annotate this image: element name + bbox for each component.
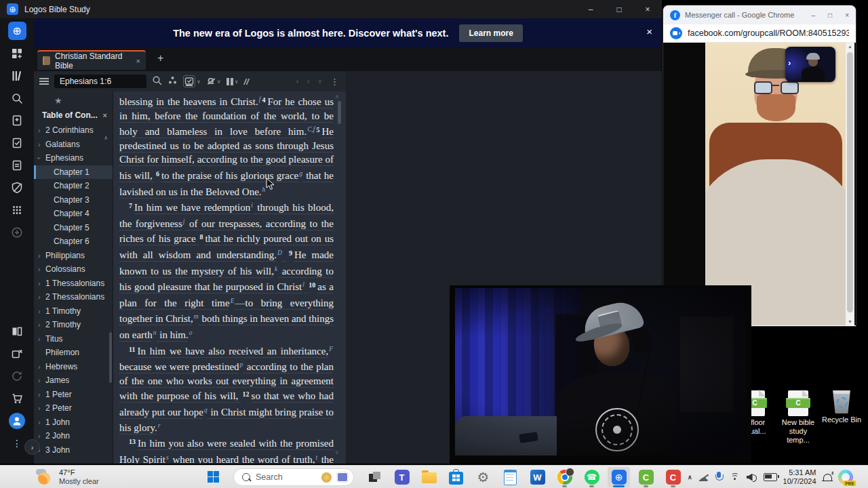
toc-item-chapter-2[interactable]: Chapter 2 [34, 179, 113, 193]
taskbar-teams[interactable]: T [391, 467, 413, 487]
toc-item-colossians[interactable]: ›Colossians [34, 262, 113, 277]
collapsed-arrow-icon[interactable]: › [38, 429, 41, 443]
toc-item-hebrews[interactable]: ›Hebrews [34, 360, 113, 374]
toc-close-icon[interactable]: × [103, 111, 107, 119]
collapsed-arrow-icon[interactable]: › [38, 401, 41, 415]
panel-menu-icon[interactable] [39, 78, 49, 85]
bookmarks-tab-icon[interactable]: ★ [54, 96, 62, 106]
toc-item-2-john[interactable]: ›2 John [34, 429, 113, 443]
footnote-marker[interactable]: g [299, 170, 302, 177]
panel-kebab-icon[interactable]: ⋮ [330, 77, 339, 87]
volume-icon[interactable] [747, 473, 757, 482]
minimize-button[interactable]: – [576, 0, 605, 18]
visual-filter-dropdown-icon[interactable]: ∨ [197, 79, 201, 85]
chrome-minimize-button[interactable]: – [812, 12, 816, 19]
toc-item-1-john[interactable]: ›1 John [34, 415, 113, 430]
collapsed-arrow-icon[interactable]: › [38, 360, 41, 374]
footnote-marker[interactable]: q [204, 407, 208, 413]
toc-item-chapter-5[interactable]: Chapter 5 [34, 221, 113, 235]
onedrive-icon[interactable]: ☁ [698, 472, 709, 483]
toc-item-chapter-6[interactable]: Chapter 6 [34, 235, 113, 249]
toc-item-2-timothy[interactable]: ›2 Timothy [34, 318, 113, 332]
text-display-dropdown-icon[interactable]: ∨ [217, 79, 221, 85]
footnote-marker[interactable]: j [183, 218, 185, 225]
footnote-marker[interactable]: C,f [307, 126, 315, 133]
parallel-resources-icon[interactable]: // [244, 77, 249, 87]
toc-item-2-thessalonians[interactable]: ›2 Thessalonians [34, 290, 113, 304]
copilot-icon[interactable]: PRE [838, 470, 853, 485]
document-icon[interactable] [0, 154, 34, 176]
panel-search-icon[interactable] [152, 75, 162, 88]
taskbar-clock[interactable]: 5:31 AM 10/7/2024 [783, 468, 816, 486]
history-back-icon[interactable]: ‹ [296, 77, 298, 86]
footnote-marker[interactable]: t [315, 454, 317, 461]
toc-item-ephesians[interactable]: ›Ephesians [34, 151, 113, 165]
toc-item-chapter-3[interactable]: Chapter 3 [34, 193, 113, 207]
collapsed-arrow-icon[interactable]: › [38, 123, 41, 138]
columns-dropdown-icon[interactable]: ∨ [235, 79, 239, 85]
chrome-url-bar[interactable]: facebook.com/groupcall/ROOM:840515293... [663, 24, 856, 43]
collapsed-arrow-icon[interactable]: › [38, 262, 41, 277]
taskbar-task-view[interactable] [363, 467, 386, 487]
toc-item-philemon[interactable]: Philemon [34, 346, 113, 360]
footnote-marker[interactable]: E [231, 298, 235, 304]
toc-item-galatians[interactable]: ›Galatians [34, 138, 113, 152]
taskbar-camtasia-red[interactable]: C [662, 467, 684, 487]
collapsed-arrow-icon[interactable]: › [38, 318, 41, 332]
footnote-marker[interactable]: m [194, 313, 199, 320]
text-scroll-down-icon[interactable]: ∨ [335, 449, 339, 455]
preview-off-icon[interactable] [0, 176, 34, 199]
reference-input[interactable] [54, 75, 146, 88]
banner-close-icon[interactable]: × [646, 26, 652, 37]
history-forward-icon[interactable]: › [307, 77, 309, 86]
tab-close-icon[interactable]: × [136, 57, 140, 65]
guides-icon[interactable] [0, 131, 34, 154]
new-tab-button[interactable]: + [157, 52, 163, 64]
collapsed-arrow-icon[interactable]: › [38, 332, 41, 346]
layouts-icon[interactable] [0, 42, 34, 64]
taskbar-settings[interactable]: ⚙ [472, 467, 494, 487]
bible-text-pane[interactable]: blessing in the heavens in Christ.f4For … [113, 92, 346, 464]
microphone-icon[interactable] [715, 472, 724, 483]
history-dropdown-icon[interactable]: ∨ [317, 78, 322, 85]
toc-item-2-peter[interactable]: ›2 Peter [34, 401, 113, 415]
start-button[interactable] [208, 471, 219, 483]
toc-item-chapter-1[interactable]: Chapter 1 [34, 165, 113, 180]
expanded-arrow-icon[interactable]: › [34, 157, 46, 159]
toc-item-philippians[interactable]: ›Philippians [34, 249, 113, 263]
collapsed-arrow-icon[interactable]: › [38, 373, 41, 388]
toc-item-1-peter[interactable]: ›1 Peter [34, 388, 113, 402]
collapsed-arrow-icon[interactable]: › [38, 249, 41, 263]
footnote-marker[interactable]: p [240, 361, 243, 368]
chrome-scrollbar-thumb[interactable] [847, 52, 853, 312]
text-scroll-up-icon[interactable]: ∧ [335, 94, 339, 100]
collapsed-arrow-icon[interactable]: › [38, 138, 41, 152]
footnote-marker[interactable]: n [153, 329, 157, 336]
library-icon[interactable] [0, 64, 34, 87]
close-all-panels-icon[interactable] [0, 342, 34, 365]
battery-icon[interactable] [764, 473, 777, 481]
bible-icon[interactable] [0, 109, 34, 131]
taskbar-word[interactable]: W [526, 467, 549, 487]
footnote-marker[interactable]: o [189, 329, 193, 336]
taskbar-search[interactable]: Search [233, 468, 354, 486]
community-icon[interactable] [167, 75, 178, 88]
text-scrollbar-thumb[interactable] [338, 101, 341, 124]
chrome-close-button[interactable]: × [845, 12, 849, 19]
toc-item-3-john[interactable]: ›3 John [34, 443, 113, 458]
toc-item-james[interactable]: ›James [34, 373, 113, 388]
sync-icon[interactable] [0, 365, 34, 387]
taskbar-logos[interactable]: ⊕ [608, 467, 630, 487]
account-avatar[interactable] [9, 413, 25, 429]
toc-item-2-corinthians[interactable]: ›2 Corinthians [34, 123, 113, 138]
taskbar-microsoft-store[interactable] [445, 467, 467, 487]
footnote-marker[interactable]: s [166, 454, 169, 461]
toc-item-titus[interactable]: ›Titus [34, 332, 113, 346]
notification-bell-icon[interactable]: z [823, 472, 832, 483]
text-display-icon[interactable]: Ω [206, 77, 216, 86]
maximize-button[interactable]: □ [605, 0, 633, 18]
close-button[interactable]: × [633, 0, 662, 18]
collapsed-arrow-icon[interactable]: › [38, 290, 41, 304]
search-icon[interactable] [0, 87, 34, 109]
scroll-up-arrow-icon[interactable]: ▲ [848, 44, 852, 49]
